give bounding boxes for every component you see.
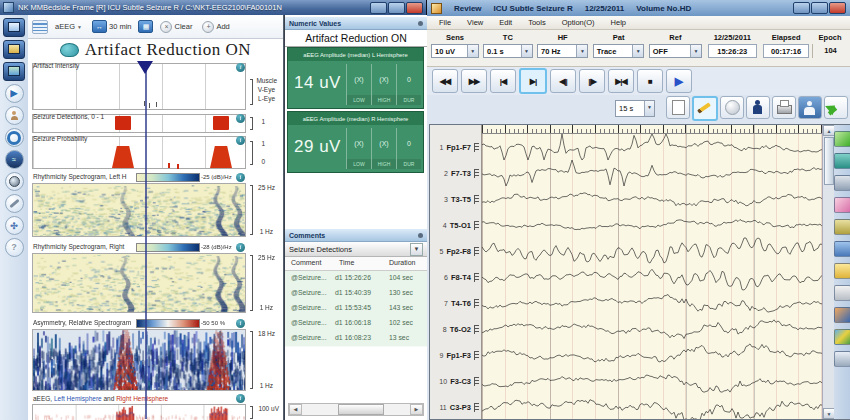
monitor-dual-icon[interactable] bbox=[3, 40, 25, 59]
clinician-icon[interactable] bbox=[5, 106, 24, 125]
channel-label[interactable]: T5-O1 bbox=[450, 221, 471, 230]
pie-chart-icon[interactable] bbox=[834, 307, 850, 323]
menu-file[interactable]: File bbox=[431, 18, 459, 27]
left-titlebar[interactable]: NK MMBedside Frame [R] ICU Subtle Seizur… bbox=[0, 0, 426, 15]
channel-label[interactable]: T3-T5 bbox=[451, 195, 471, 204]
stop-button[interactable]: ■ bbox=[637, 69, 663, 93]
hf-select[interactable]: 70 Hz▼ bbox=[537, 44, 588, 58]
channel-label[interactable]: Fp1-F7 bbox=[446, 143, 471, 152]
step-forward-button[interactable]: ||▶ bbox=[579, 69, 605, 93]
info-icon[interactable]: i bbox=[236, 136, 245, 145]
bedside-monitor-icon[interactable]: ≈ bbox=[5, 150, 24, 169]
menu-icon[interactable] bbox=[32, 20, 48, 34]
pin-icon[interactable] bbox=[418, 21, 423, 26]
minimize-button[interactable] bbox=[370, 2, 387, 14]
export-arrow-icon[interactable] bbox=[834, 131, 850, 147]
globe-icon[interactable] bbox=[834, 329, 850, 345]
camera-icon[interactable] bbox=[5, 172, 24, 191]
aeeg-mode-button[interactable]: aEEG▼ bbox=[52, 21, 85, 32]
add-button[interactable]: + Add bbox=[199, 20, 232, 34]
info-icon[interactable]: i bbox=[236, 394, 245, 403]
new-page-icon[interactable] bbox=[666, 96, 690, 119]
timebase-button[interactable]: ↔ 30 min bbox=[89, 19, 135, 34]
help-icon[interactable]: ? bbox=[5, 238, 24, 257]
aeeg-trace[interactable] bbox=[32, 404, 246, 420]
comment-row[interactable]: @Seizure...d1 16:06:18102 sec bbox=[285, 316, 427, 332]
ref-select[interactable]: OFF▼ bbox=[649, 44, 702, 58]
menu-help[interactable]: Help bbox=[603, 18, 634, 27]
scroll-thumb[interactable] bbox=[824, 137, 834, 185]
montage-icon[interactable] bbox=[834, 153, 850, 169]
sphere-icon[interactable] bbox=[720, 96, 744, 119]
channel-label[interactable]: T4-T6 bbox=[451, 299, 471, 308]
snapshot-icon[interactable] bbox=[798, 96, 822, 119]
numeric-values-header[interactable]: Numeric Values bbox=[285, 17, 427, 30]
scroll-right-icon[interactable]: ▶ bbox=[410, 404, 423, 415]
trend-cursor[interactable] bbox=[145, 71, 147, 419]
next-event-button[interactable]: ▶| bbox=[519, 68, 547, 94]
monitor-trend-icon[interactable] bbox=[3, 18, 25, 37]
play-button[interactable]: ▶ bbox=[666, 69, 692, 93]
chevron-down-icon[interactable]: ▼ bbox=[410, 243, 423, 256]
rhythmicity-right-spectrogram[interactable] bbox=[32, 253, 246, 313]
map-icon[interactable] bbox=[834, 241, 850, 257]
info-icon[interactable]: i bbox=[236, 114, 245, 123]
menu-view[interactable]: View bbox=[459, 18, 491, 27]
info-icon[interactable]: i bbox=[236, 173, 245, 182]
comment-row[interactable]: @Seizure...d1 15:40:39130 sec bbox=[285, 286, 427, 302]
comments-filter[interactable]: Seizure Detections ▼ bbox=[285, 242, 427, 257]
rotate-icon[interactable] bbox=[834, 175, 850, 191]
channel-label[interactable]: Fp2-F8 bbox=[446, 247, 471, 256]
asymmetry-spectrogram[interactable] bbox=[32, 329, 246, 391]
channel-label[interactable]: T6-O2 bbox=[450, 325, 471, 334]
export-icon[interactable] bbox=[824, 96, 848, 119]
rewind-button[interactable]: ◀◀ bbox=[432, 69, 458, 93]
info-icon[interactable]: i bbox=[236, 63, 245, 72]
play-icon[interactable]: ▶ bbox=[5, 84, 24, 103]
prev-event-button[interactable]: |◀ bbox=[490, 69, 516, 93]
maximize-button[interactable] bbox=[388, 2, 405, 14]
goto-marker-button[interactable]: ▶|◀ bbox=[608, 69, 634, 93]
comment-row[interactable]: @Seizure...d1 15:26:26104 sec bbox=[285, 271, 427, 287]
pen-tool-icon[interactable] bbox=[834, 285, 850, 301]
comments-hscrollbar[interactable]: ◀ ▶ bbox=[288, 403, 424, 416]
eeg-trace-area[interactable] bbox=[482, 125, 822, 419]
sens-select[interactable]: 10 uV▼ bbox=[431, 44, 479, 58]
maximize-button[interactable] bbox=[811, 2, 828, 14]
menu-edit[interactable]: Edit bbox=[491, 18, 520, 27]
channel-label[interactable]: F7-T3 bbox=[451, 169, 471, 178]
fast-forward-button[interactable]: ▶▶ bbox=[461, 69, 487, 93]
close-button[interactable] bbox=[829, 2, 846, 14]
folder-icon[interactable] bbox=[834, 263, 850, 279]
trend-cursor-handle[interactable] bbox=[137, 61, 153, 74]
comment-row[interactable]: @Seizure...d1 15:53:45143 sec bbox=[285, 301, 427, 317]
monitor-eeg-icon[interactable] bbox=[3, 62, 25, 81]
review-titlebar[interactable]: Review ICU Subtle Seizure R 12/25/2011 V… bbox=[427, 0, 850, 16]
scroll-thumb[interactable] bbox=[338, 404, 384, 415]
pat-select[interactable]: Trace▼ bbox=[593, 44, 644, 58]
fullscreen-icon[interactable]: ✣ bbox=[5, 216, 24, 235]
menu-tools[interactable]: Tools bbox=[520, 18, 554, 27]
info-icon[interactable]: i bbox=[236, 319, 245, 328]
signature-icon[interactable] bbox=[834, 351, 850, 367]
page-scale-select[interactable]: 15 s ▼ bbox=[615, 100, 655, 117]
settings-gear-icon[interactable] bbox=[5, 128, 24, 147]
minimize-button[interactable] bbox=[793, 2, 810, 14]
comment-row[interactable]: @Seizure...d1 16:08:2313 sec bbox=[285, 331, 427, 347]
menu-optiono[interactable]: Option(O) bbox=[554, 18, 603, 27]
channel-label[interactable]: F3-C3 bbox=[450, 377, 471, 386]
close-button[interactable] bbox=[406, 2, 423, 14]
ruler-icon[interactable] bbox=[834, 219, 850, 235]
channel-label[interactable]: F8-T4 bbox=[451, 273, 471, 282]
info-icon[interactable]: i bbox=[236, 243, 245, 252]
annotate-pen-icon[interactable] bbox=[692, 96, 718, 121]
pin-icon[interactable] bbox=[418, 233, 423, 238]
print-icon[interactable] bbox=[772, 96, 796, 119]
channel-label[interactable]: Fp1-F3 bbox=[446, 351, 471, 360]
flag-icon[interactable] bbox=[834, 197, 850, 213]
channel-label[interactable]: C3-P3 bbox=[450, 403, 471, 412]
clear-button[interactable]: × Clear bbox=[157, 20, 195, 34]
step-back-button[interactable]: ◀|| bbox=[550, 69, 576, 93]
scroll-left-icon[interactable]: ◀ bbox=[289, 404, 302, 415]
comments-header[interactable]: Comments bbox=[285, 229, 427, 242]
